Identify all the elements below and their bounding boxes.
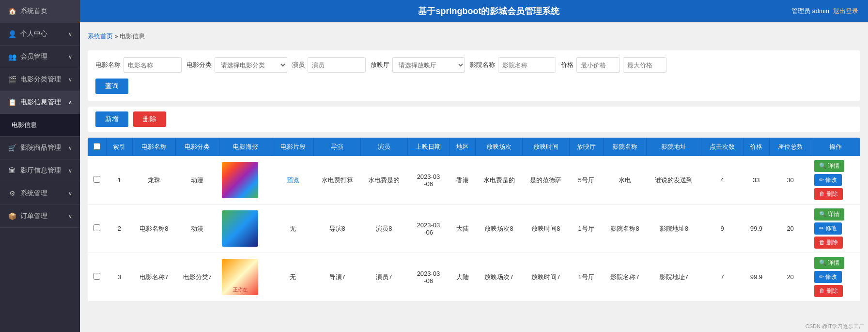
cell-seats: 30 [769,156,811,205]
logout-button[interactable]: 退出登录 [833,7,858,16]
cell-clicks: 4 [701,156,744,205]
cell-name: 龙珠 [132,156,175,205]
list-icon: 📋 [8,98,16,106]
clip-none: 无 [290,273,296,281]
main-area: 基于springboot的影城会员管理系统 管理员 admin 退出登录 系统首… [80,0,868,332]
row-checkbox[interactable] [93,224,100,231]
cell-ops: 🔍 详情 ✏ 修改 🗑 删除 [811,156,860,205]
cell-poster [219,205,272,253]
actor-label: 演员 [292,61,305,69]
select-all-checkbox[interactable] [93,143,100,150]
min-price-input[interactable] [576,57,620,73]
detail-button[interactable]: 🔍 详情 [814,208,844,221]
batch-delete-button[interactable]: 删除 [133,111,166,127]
breadcrumb-current: 电影信息 [120,32,145,40]
edit-button[interactable]: ✏ 修改 [814,174,842,186]
chevron-down-icon: ∨ [68,190,72,197]
query-button[interactable]: 查询 [95,79,128,94]
detail-button[interactable]: 🔍 详情 [814,160,844,172]
cell-checkbox [88,253,106,301]
cell-poster [219,156,272,205]
max-price-input[interactable] [623,57,666,73]
cell-category: 电影分类7 [176,253,219,301]
th-checkbox [88,138,106,156]
cell-name: 电影名称7 [132,253,175,301]
cell-director: 水电费打算 [314,156,361,205]
action-bar: 新增 删除 [88,107,860,132]
cell-seats: 20 [769,205,811,253]
row-checkbox[interactable] [93,176,100,183]
sidebar-item-system[interactable]: ⚙ 系统管理 ∨ [0,182,80,205]
row-delete-button[interactable]: 🗑 删除 [814,237,843,249]
order-icon: 📦 [8,212,16,220]
th-name: 电影名称 [132,138,175,156]
row-delete-button[interactable]: 🗑 删除 [814,285,843,297]
sidebar-item-cinema-product[interactable]: 🛒 影院商品管理 ∨ [0,137,80,159]
hall-select[interactable]: 请选择放映厅 [392,57,465,73]
th-director: 导演 [314,138,361,156]
cell-sessions: 放映场次7 [476,253,523,301]
filter-cinema: 影院名称 [470,57,556,73]
chevron-down-icon: ∨ [68,145,72,151]
th-seats: 座位总数 [769,138,811,156]
cell-address: 影院地址8 [647,205,701,253]
sidebar-item-home[interactable]: 🏠 系统首页 [0,0,80,23]
actor-input[interactable] [308,57,366,73]
sidebar: 🏠 系统首页 👤 个人中心 ∨ 👥 会员管理 ∨ 🎬 电影分类管理 ∨ 📋 电影… [0,0,80,332]
movie-table: 索引 电影名称 电影分类 电影海报 电影片段 导演 演员 上映日期 地区 放映场… [88,138,860,301]
th-category: 电影分类 [176,138,219,156]
chevron-down-icon: ∨ [68,213,72,220]
sidebar-item-personal[interactable]: 👤 个人中心 ∨ [0,23,80,46]
chevron-down-icon: ∨ [68,77,72,83]
cell-region: 香港 [450,156,476,205]
gear-icon: ⚙ [8,190,16,197]
cell-hall: 5号厅 [569,156,603,205]
th-address: 影院地址 [647,138,701,156]
cell-time: 放映时间8 [522,205,569,253]
cell-checkbox [88,205,106,253]
cinema-input[interactable] [498,57,556,73]
breadcrumb-home[interactable]: 系统首页 [88,32,113,40]
sidebar-item-movie-info-sub[interactable]: 电影信息 [0,114,80,137]
cell-clip: 无 [272,205,314,253]
sidebar-item-cinema-hall[interactable]: 🏛 影厅信息管理 ∨ [0,159,80,182]
cell-address: 影院地址7 [647,253,701,301]
sidebar-item-order[interactable]: 📦 订单管理 ∨ [0,205,80,228]
bottom-credit: CSDN @IT学习逐步工厂 [806,323,864,330]
cell-hall: 1号厅 [569,205,603,253]
sidebar-item-movie-info[interactable]: 📋 电影信息管理 ∧ [0,91,80,114]
cell-clip: 无 [272,253,314,301]
edit-button[interactable]: ✏ 修改 [814,271,842,283]
category-select[interactable]: 请选择电影分类 [215,57,287,73]
app-title: 基于springboot的影城会员管理系统 [418,5,559,17]
th-index: 索引 [106,138,132,156]
edit-button[interactable]: ✏ 修改 [814,222,842,235]
cell-ops: 🔍 详情 ✏ 修改 🗑 删除 [811,205,860,253]
cell-name: 电影名称8 [132,205,175,253]
chevron-up-icon: ∧ [68,99,72,106]
home-icon: 🏠 [8,7,16,15]
detail-button[interactable]: 🔍 详情 [814,257,844,269]
th-clicks: 点击次数 [701,138,744,156]
add-button[interactable]: 新增 [95,111,128,127]
cell-seats: 20 [769,253,811,301]
cell-actor: 水电费是的 [361,156,408,205]
price-label: 价格 [561,61,574,69]
cell-cinema: 影院名称8 [603,205,646,253]
movie-name-input[interactable] [124,57,182,73]
cell-cinema: 影院名称7 [603,253,646,301]
shop-icon: 🛒 [8,144,16,152]
cell-date: 2023-03-06 [407,253,450,301]
cell-index: 3 [106,253,132,301]
row-checkbox[interactable] [93,273,100,280]
row-delete-button[interactable]: 🗑 删除 [814,188,843,200]
sidebar-item-movie-category[interactable]: 🎬 电影分类管理 ∨ [0,68,80,91]
chevron-down-icon: ∨ [68,54,72,60]
th-date: 上映日期 [407,138,450,156]
sidebar-item-member[interactable]: 👥 会员管理 ∨ [0,46,80,68]
clip-preview-link[interactable]: 预览 [287,176,299,184]
cell-category: 动漫 [176,205,219,253]
th-price: 价格 [743,138,769,156]
group-icon: 👥 [8,53,16,61]
hall-label: 放映厅 [371,61,389,69]
